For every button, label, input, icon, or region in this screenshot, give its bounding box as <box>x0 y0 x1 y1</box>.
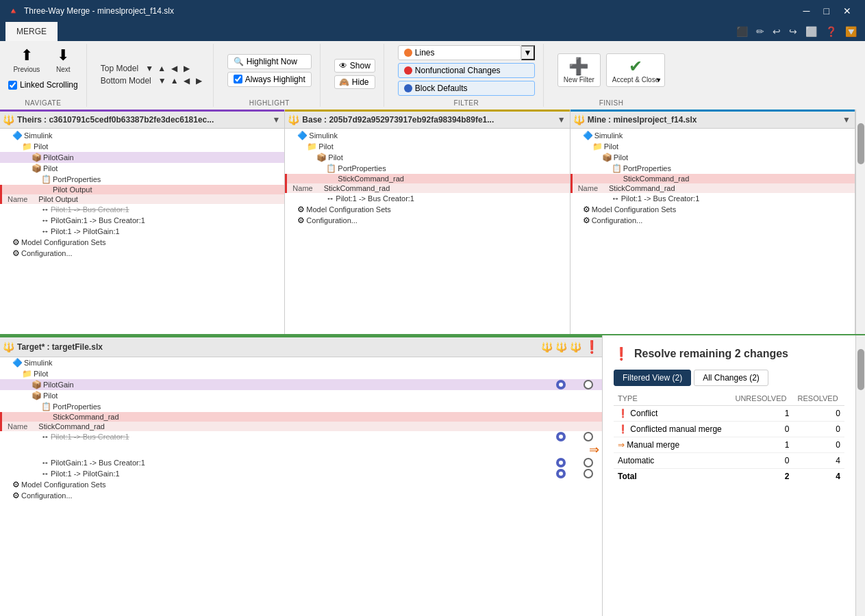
show-button[interactable]: 👁 Show <box>334 59 375 73</box>
target-link-strike-theirs-btn[interactable] <box>556 432 566 441</box>
target-link2[interactable]: ↔ PilotGain:1 -> Bus Creator:1 <box>0 457 547 468</box>
target-stickcommand[interactable]: StickCommand_rad <box>2 412 547 422</box>
target-pilot-root[interactable]: 📁 Pilot <box>0 368 547 379</box>
tab-merge[interactable]: MERGE <box>5 22 58 41</box>
theirs-pilotgain[interactable]: 📦 PilotGain <box>0 152 284 163</box>
mine-link1[interactable]: ↔ Pilot:1 -> Bus Creator:1 <box>571 193 855 204</box>
theirs-config[interactable]: ⚙ Configuration... <box>0 248 284 259</box>
linked-scrolling-checkbox[interactable]: Linked Scrolling <box>8 79 78 91</box>
theirs-pilot-root[interactable]: 📁 Pilot <box>0 141 284 152</box>
mine-config-sets[interactable]: ⚙ Model Configuration Sets <box>571 204 855 215</box>
ribbon-icon-5[interactable]: ⬜ <box>803 25 820 38</box>
resolve-row-manual[interactable]: ⇒ Manual merge 1 0 <box>614 437 844 453</box>
resolve-row-conflicted-manual[interactable]: ❗ Conflicted manual merge 0 0 <box>614 422 844 437</box>
target-pilotgain-radio-base-btn[interactable] <box>584 380 593 389</box>
mine-pilot-root[interactable]: 📁 Pilot <box>571 141 855 152</box>
base-pilot-block[interactable]: 📦 Pilot <box>285 152 569 163</box>
target-link3[interactable]: ↔ Pilot:1 -> PilotGain:1 <box>0 468 547 479</box>
bottom-model-icon-2[interactable]: ▲ <box>169 75 180 86</box>
mine-config[interactable]: ⚙ Configuration... <box>571 215 855 226</box>
base-config-sets[interactable]: ⚙ Model Configuration Sets <box>285 204 569 215</box>
base-merge-icon[interactable]: 🔱 <box>555 342 567 352</box>
highlight-now-button[interactable]: 🔍 Highlight Now <box>227 54 312 69</box>
ribbon-icon-2[interactable]: ✏ <box>753 25 767 38</box>
bottom-scrollbar[interactable] <box>855 335 865 616</box>
bottom-scrollbar-thumb[interactable] <box>857 349 864 390</box>
top-model-icon-3[interactable]: ◀ <box>168 63 179 74</box>
mine-dropdown-button[interactable]: ▼ <box>841 114 852 126</box>
mine-stickcommand[interactable]: StickCommand_rad <box>571 174 855 183</box>
mine-portprops[interactable]: 📋 PortProperties <box>571 163 855 174</box>
theirs-simulink[interactable]: 🔷 Simulink <box>0 130 284 141</box>
target-link-strikethrough[interactable]: ↔ Pilot:1 -> Bus Creator:1 <box>0 431 547 442</box>
target-config[interactable]: ⚙ Configuration... <box>0 490 547 501</box>
target-pilotgain-radio-base[interactable] <box>575 380 602 389</box>
block-defaults-filter-button[interactable]: Block Defaults <box>398 81 535 96</box>
base-stickcommand[interactable]: StickCommand_rad <box>285 174 569 183</box>
resolve-tab-all[interactable]: All Changes (2) <box>694 370 768 386</box>
always-highlight-input[interactable] <box>234 75 242 84</box>
top-model-icon-2[interactable]: ▲ <box>156 63 167 74</box>
theirs-portprops[interactable]: 📋 PortProperties <box>0 174 284 185</box>
base-link1[interactable]: ↔ Pilot:1 -> Bus Creator:1 <box>285 193 569 204</box>
base-config[interactable]: ⚙ Configuration... <box>285 215 569 226</box>
mine-simulink[interactable]: 🔷 Simulink <box>571 130 855 141</box>
always-highlight-checkbox[interactable]: Always Highlight <box>227 72 312 87</box>
top-scrollbar[interactable] <box>855 110 865 334</box>
maximize-button[interactable]: □ <box>818 4 835 18</box>
target-pilotgain-radio-theirs-btn[interactable] <box>556 380 566 389</box>
ribbon-icon-6[interactable]: ❓ <box>823 25 840 38</box>
hide-button[interactable]: 🙈 Hide <box>334 75 375 89</box>
target-pilot-block[interactable]: 📦 Pilot <box>0 390 547 401</box>
bottom-model-icon-1[interactable]: ▼ <box>157 75 168 86</box>
ribbon-icon-4[interactable]: ↪ <box>786 25 800 38</box>
target-link2-radio-theirs[interactable] <box>547 458 575 467</box>
resolve-row-automatic[interactable]: Automatic 0 4 <box>614 453 844 469</box>
previous-button[interactable]: ⬆ Previous <box>9 44 44 76</box>
ribbon-icon-3[interactable]: ↩ <box>770 25 783 38</box>
linked-scrolling-input[interactable] <box>8 81 17 90</box>
theirs-merge-icon[interactable]: 🔱 <box>541 342 553 352</box>
theirs-link2[interactable]: ↔ PilotGain:1 -> Bus Creator:1 <box>0 215 284 226</box>
resolve-tab-filtered[interactable]: Filtered View (2) <box>614 370 691 386</box>
target-link2-radio-base[interactable] <box>575 458 602 467</box>
lines-dropdown-arrow[interactable]: ▼ <box>521 45 535 60</box>
resolve-row-conflict[interactable]: ❗ Conflict 1 0 <box>614 406 844 422</box>
target-link3-theirs-btn[interactable] <box>556 469 566 478</box>
base-dropdown-button[interactable]: ▼ <box>556 114 567 126</box>
theirs-pilot-block[interactable]: 📦 Pilot <box>0 163 284 174</box>
theirs-link-strikethrough[interactable]: ↔ Pilot:1 -> Bus Creator:1 <box>0 204 284 215</box>
base-simulink[interactable]: 🔷 Simulink <box>285 130 569 141</box>
top-model-icon-1[interactable]: ▼ <box>144 63 155 74</box>
base-portprops[interactable]: 📋 PortProperties <box>285 163 569 174</box>
ribbon-icon-1[interactable]: ⬛ <box>734 25 751 38</box>
bottom-model-icon-4[interactable]: ▶ <box>194 75 205 86</box>
close-button[interactable]: ✕ <box>838 4 857 18</box>
theirs-link3[interactable]: ↔ Pilot:1 -> PilotGain:1 <box>0 226 284 237</box>
theirs-dropdown-button[interactable]: ▼ <box>271 114 281 126</box>
top-scrollbar-thumb[interactable] <box>857 123 864 164</box>
mine-merge-icon[interactable]: 🔱 <box>570 342 581 352</box>
accept-close-button[interactable]: ✔ Accept & Close ▼ <box>606 53 665 87</box>
target-link-strike-radio-theirs[interactable] <box>547 432 575 441</box>
target-simulink[interactable]: 🔷 Simulink <box>0 357 547 368</box>
target-link2-base-btn[interactable] <box>584 458 593 467</box>
theirs-config-sets[interactable]: ⚙ Model Configuration Sets <box>0 237 284 248</box>
new-filter-button[interactable]: ➕ New Filter <box>557 53 601 87</box>
next-button[interactable]: ⬇ Next <box>49 44 77 76</box>
theirs-pilotoutput[interactable]: Pilot Output <box>0 185 284 194</box>
target-pilotgain-radio-theirs[interactable] <box>547 380 575 389</box>
target-link-strike-radio-base[interactable] <box>575 432 602 441</box>
target-link3-radio-base[interactable] <box>575 469 602 478</box>
mine-pilot-block[interactable]: 📦 Pilot <box>571 152 855 163</box>
bottom-model-icon-3[interactable]: ◀ <box>181 75 192 86</box>
target-link2-theirs-btn[interactable] <box>556 458 566 467</box>
target-link3-radio-theirs[interactable] <box>547 469 575 478</box>
base-pilot-root[interactable]: 📁 Pilot <box>285 141 569 152</box>
target-pilotgain[interactable]: 📦 PilotGain <box>0 379 547 390</box>
target-portprops[interactable]: 📋 PortProperties <box>0 401 547 412</box>
nonfunctional-filter-button[interactable]: Nonfunctional Changes <box>398 63 535 78</box>
target-link-strike-base-btn[interactable] <box>584 432 593 441</box>
ribbon-icon-7[interactable]: 🔽 <box>842 25 860 38</box>
top-model-icon-4[interactable]: ▶ <box>181 63 192 74</box>
